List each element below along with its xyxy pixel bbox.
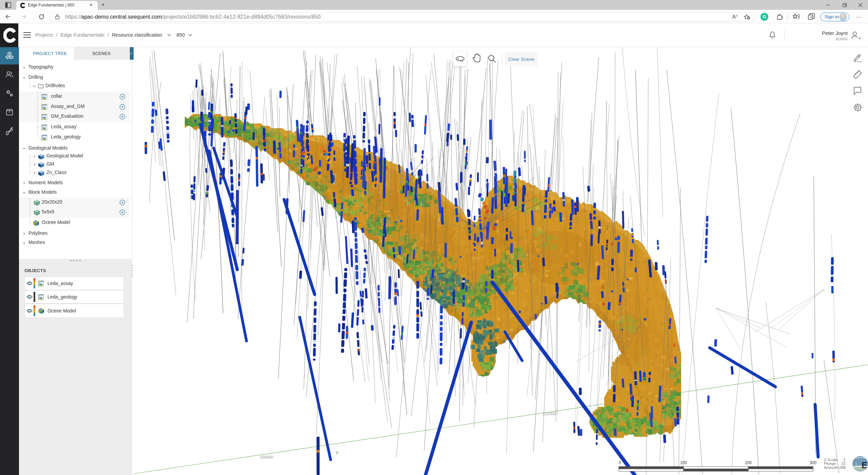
svg-text:200: 200	[745, 460, 752, 465]
svg-text:Plunge: Plunge	[824, 461, 836, 466]
svg-text:101000: 101000	[542, 412, 556, 416]
svg-text:Azimuth: Azimuth	[824, 466, 838, 470]
svg-text:100: 100	[680, 460, 687, 465]
svg-text:288: 288	[839, 466, 846, 470]
svg-text:Y: Y	[335, 450, 339, 456]
svg-text:300: 300	[810, 460, 816, 465]
svg-text:22: 22	[841, 461, 846, 466]
svg-text:0: 0	[619, 460, 621, 465]
svg-text:100500: 100500	[260, 455, 273, 460]
svg-text:E: E	[862, 460, 867, 470]
